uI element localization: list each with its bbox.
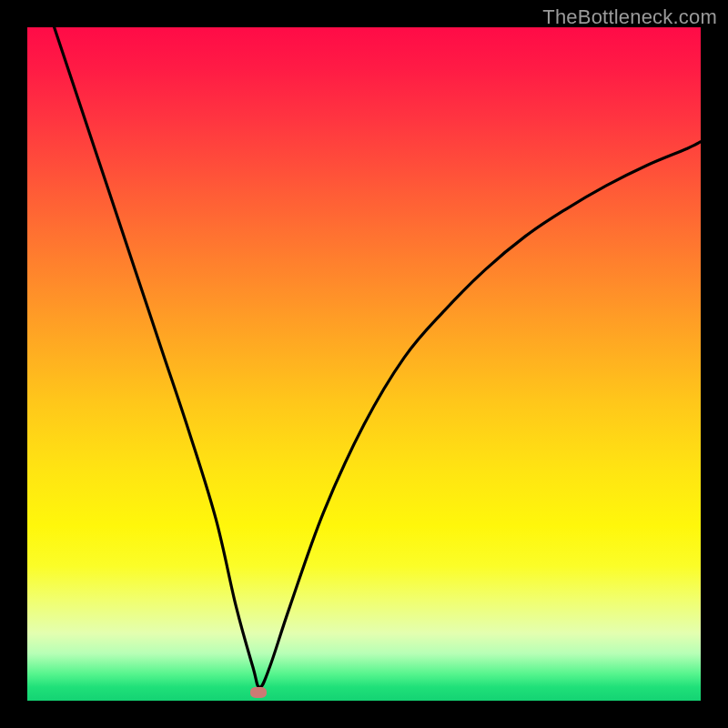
optimal-point-marker [250,687,267,698]
watermark-text: TheBottleneck.com [542,5,717,29]
chart-frame: TheBottleneck.com [0,0,728,728]
plot-area [27,27,701,701]
bottleneck-curve [27,27,701,701]
